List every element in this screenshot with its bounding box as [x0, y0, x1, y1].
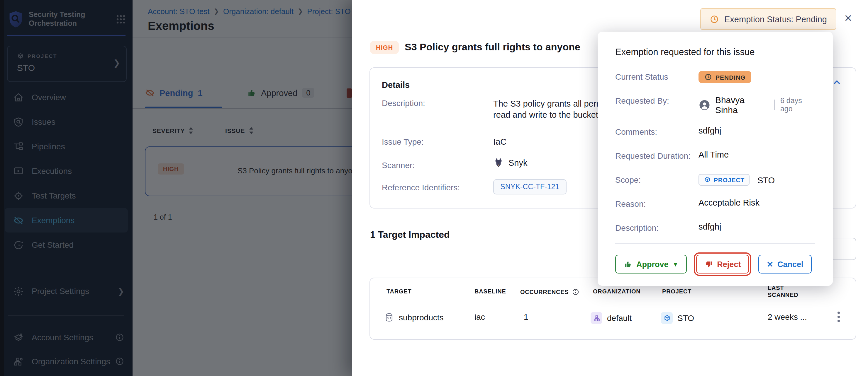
reference-identifiers-label: Reference Identifiers:: [382, 183, 460, 192]
avatar: [699, 99, 711, 111]
current-status-label: Current Status: [615, 71, 699, 81]
description-value: sdfghj: [699, 222, 721, 231]
close-icon[interactable]: ✕: [844, 12, 852, 25]
exemption-status-badge: Exemption Status: Pending: [700, 8, 836, 30]
reference-identifier-chip-wrap: SNYK-CC-TF-121: [493, 179, 566, 195]
project-scope-chip: PROJECT: [699, 174, 750, 186]
popup-divider: [615, 243, 815, 244]
scope-project-name: STO: [757, 176, 775, 185]
row-menu-icon[interactable]: [837, 311, 840, 323]
comments-value: sdfghj: [699, 126, 721, 135]
reason-value: Acceptable Risk: [699, 198, 760, 207]
col-project: PROJECT: [662, 288, 691, 295]
clock-icon: [710, 14, 719, 24]
duration-value: All Time: [699, 150, 729, 159]
description-row: Description: sdfghj: [615, 222, 815, 235]
modal-dim-overlay[interactable]: [0, 0, 352, 376]
issue-type-label: Issue Type:: [382, 137, 424, 146]
scope-value-wrap: PROJECT STO: [699, 174, 775, 186]
severity-badge: HIGH: [370, 41, 399, 54]
cancel-button[interactable]: ✕ Cancel: [758, 255, 811, 274]
scanner-label: Scanner:: [382, 161, 415, 170]
requested-by-value: Bhavya Sinha 6 days ago: [699, 95, 815, 115]
cube-icon: [704, 176, 711, 183]
occurrences-cell: 1: [524, 312, 528, 321]
col-organization: ORGANIZATION: [593, 288, 641, 295]
thumbs-up-icon: [623, 260, 632, 269]
popup-title: Exemption requested for this issue: [615, 47, 815, 58]
comments-label: Comments:: [615, 126, 699, 136]
chevron-down-icon: ▼: [673, 261, 679, 267]
last-scanned-cell: 2 weeks ...: [768, 312, 807, 321]
col-last-scanned: LASTSCANNED: [768, 285, 799, 299]
requester-name: Bhavya Sinha: [715, 95, 768, 115]
scope-label: Scope:: [615, 174, 699, 184]
project-cell: STO: [661, 312, 694, 324]
col-occurrences: OCCURRENCES: [520, 288, 580, 296]
description-label: Description:: [615, 222, 699, 233]
details-heading: Details: [382, 80, 410, 90]
info-icon[interactable]: [572, 288, 580, 296]
project-icon: [661, 312, 673, 324]
targets-impacted-heading: 1 Target Impacted: [370, 230, 450, 240]
approve-button[interactable]: Approve ▼: [615, 255, 686, 274]
organization-cell: default: [591, 312, 632, 324]
thumbs-down-icon: [704, 260, 713, 269]
popup-actions: Approve ▼ Reject ✕ Cancel: [615, 252, 815, 276]
exemption-status-text: Exemption Status: Pending: [724, 14, 827, 24]
target-container-icon: [384, 312, 394, 323]
organization-icon: [591, 312, 602, 324]
exemption-request-popup: Exemption requested for this issue Curre…: [598, 32, 833, 286]
reference-identifier-chip[interactable]: SNYK-CC-TF-121: [493, 179, 566, 195]
duration-label: Requested Duration:: [615, 150, 699, 161]
divider: [774, 100, 774, 110]
requested-time: 6 days ago: [780, 97, 815, 113]
app-root: Security TestingOrchestration PROJECT ST…: [0, 0, 868, 376]
issue-title: S3 Policy grants full rights to anyone: [405, 42, 580, 53]
col-baseline: BASELINE: [474, 288, 506, 295]
scanner-value: Snyk: [493, 157, 528, 169]
col-target: TARGET: [386, 288, 412, 295]
current-status-row: Current Status PENDING: [615, 71, 815, 84]
duration-row: Requested Duration: All Time: [615, 150, 815, 163]
snyk-icon: [493, 157, 504, 169]
reason-row: Reason: Acceptable Risk: [615, 198, 815, 211]
baseline-cell: iac: [474, 312, 485, 321]
pending-status-pill: PENDING: [699, 71, 752, 83]
scope-row: Scope: PROJECT STO: [615, 174, 815, 187]
comments-row: Comments: sdfghj: [615, 126, 815, 139]
reject-focus-ring: Reject: [693, 252, 751, 276]
description-label: Description:: [382, 98, 425, 108]
issue-type-value: IaC: [493, 137, 506, 146]
requested-by-row: Requested By: Bhavya Sinha 6 days ago: [615, 95, 815, 115]
targets-table: TARGET BASELINE OCCURRENCES ORGANIZATION…: [370, 278, 856, 340]
x-icon: ✕: [767, 260, 773, 269]
target-cell[interactable]: subproducts: [384, 312, 444, 323]
reason-label: Reason:: [615, 198, 699, 208]
chevron-up-icon[interactable]: [832, 78, 842, 87]
reject-button[interactable]: Reject: [696, 255, 749, 274]
requested-by-label: Requested By:: [615, 95, 699, 105]
clock-icon: [704, 73, 712, 81]
